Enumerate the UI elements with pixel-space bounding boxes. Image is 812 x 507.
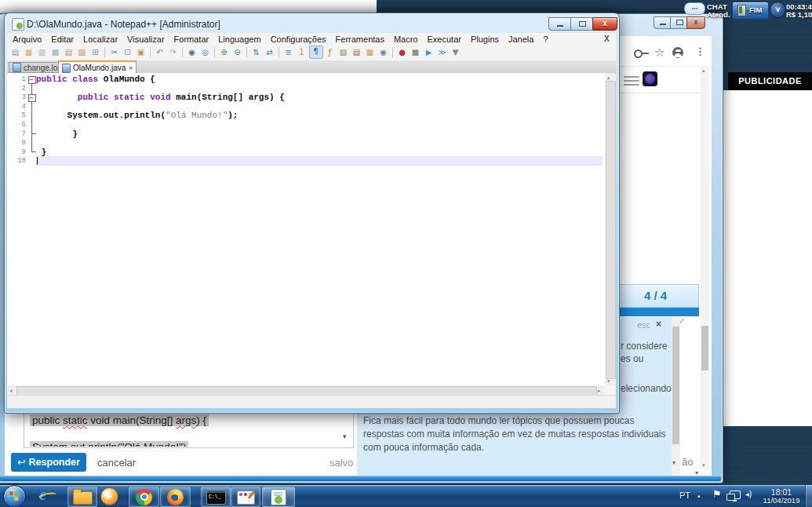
tab-olamundo-java[interactable]: OlaMundo.java × [58,60,137,74]
macro-save-icon[interactable]: ▼ [450,46,462,58]
code-line-3: public static void main(String[] args) { [36,93,285,102]
current-line-highlight [36,156,603,166]
save-icon[interactable]: ▥ [36,46,49,58]
taskbar-command-prompt[interactable]: C:\_ [201,487,231,507]
menu-executar[interactable]: Executar [423,35,466,44]
replace-icon[interactable]: ◎ [199,46,212,58]
toolbar-separator [214,47,215,57]
code-editor[interactable]: 12345678910 public class OlaMundo { publ… [7,73,615,385]
sync-scroll-horizontal-icon[interactable]: ⇄ [264,46,276,58]
menu-editar[interactable]: Editar [46,35,78,44]
line-number: 7 [7,129,26,139]
toolbar-separator [104,47,105,57]
sync-scroll-vertical-icon[interactable]: ⇅ [250,46,263,58]
line-number: 5 [7,111,26,120]
scroll-right-arrow[interactable]: ▸ [598,388,601,393]
fold-line [31,82,32,152]
taskbar-firefox[interactable] [160,487,191,507]
macro-run-multiple-icon[interactable]: ≫ [436,46,449,58]
menu-formatar[interactable]: Formatar [169,35,214,44]
show-desktop-button[interactable] [805,485,812,507]
line-number: 10 [7,156,26,166]
document-map-icon[interactable]: ▧ [337,46,350,58]
editor-vertical-scrollbar[interactable]: ▴ ▾ [605,73,615,385]
close-all-icon[interactable]: ▨ [76,46,89,58]
word-wrap-icon[interactable]: ¶ [309,46,323,59]
open-file-icon[interactable]: ▦ [23,46,35,58]
menu-linguagem[interactable]: Linguagem [213,35,265,44]
find-icon[interactable]: ◉ [186,46,198,58]
taskbar-chrome[interactable] [129,487,159,507]
code-line-9: } [36,148,46,157]
menu-visualizar[interactable]: Visualizar [122,35,169,44]
menu-ferramentas[interactable]: Ferramentas [331,35,389,44]
zoom-out-icon[interactable]: ⊖ [231,46,244,58]
tray-expand-icon[interactable]: ▴ [697,493,701,499]
close-icon[interactable]: ▤ [63,46,75,58]
macro-play-icon[interactable]: ▶ [423,46,435,58]
code-line-5: System.out.println("Olá Mundo!"); [36,111,238,120]
fold-collapse-icon[interactable] [28,94,36,102]
menu-arquivo[interactable]: Arquivo [8,35,46,44]
document-close-icon[interactable]: X [604,35,610,43]
scroll-up-arrow[interactable]: ▴ [607,75,610,80]
windows-flag-icon [9,491,20,502]
taskbar-paint[interactable] [231,487,260,507]
copy-icon[interactable]: ⊡ [122,46,134,58]
menu-janela[interactable]: Janela [504,35,538,44]
menu-localizar[interactable]: Localizar [78,35,122,44]
command-prompt-icon: C:\_ [206,490,226,505]
notepad-app-icon [12,18,24,31]
function-list-icon[interactable]: ƒ [324,46,337,58]
toolbar-separator [392,47,393,57]
scroll-left-arrow[interactable]: ◂ [9,388,13,393]
speaker-icon[interactable]: ◂) [745,490,752,498]
macro-stop-icon[interactable]: ■ [410,46,422,58]
show-wrap-symbol-icon[interactable]: 1 [296,46,308,58]
taskbar: e ▶ C:\_ PT ▴ ⚑ ◂) 18:01 11/04/20 [0,485,812,507]
fold-collapse-icon[interactable] [28,76,36,84]
scroll-down-arrow[interactable]: ▾ [607,378,610,384]
np-toolbar: ▤▦▥▩▤▨⊞✂⊡▣↶↷◉◎⊕⊖⇅⇄≣1¶ƒ▧▤▦◉●■▶≫▼ [9,45,613,60]
menu-configuraes[interactable]: Configurações [266,35,331,44]
undo-icon[interactable]: ↶ [154,46,166,58]
taskbar-windows-explorer[interactable] [67,487,97,507]
editor-horizontal-scrollbar[interactable]: ◂ ▸ [7,385,605,395]
chrome-icon [136,489,152,505]
toolbar-separator [279,47,279,57]
menu-macro[interactable]: Macro [389,35,423,44]
zoom-in-icon[interactable]: ⊕ [218,46,231,58]
line-number: 1 [7,75,26,84]
redo-icon[interactable]: ↷ [167,46,180,58]
cut-icon[interactable]: ✂ [108,46,121,58]
notepad-maximize-button[interactable] [570,17,594,31]
new-file-icon[interactable]: ▤ [9,46,22,58]
windows-media-player-icon[interactable]: ▶ [100,487,118,505]
tray-clock-date[interactable]: 11/04/2019 [758,496,805,505]
save-all-icon[interactable]: ▩ [49,46,62,58]
language-indicator[interactable]: PT [679,491,690,500]
tab-close-icon[interactable]: × [129,64,133,71]
menu-plugins[interactable]: Plugins [466,35,504,44]
folder-as-workspace-icon[interactable]: ▦ [364,46,377,58]
line-number: 4 [7,102,26,111]
action-center-flag-icon[interactable]: ⚑ [712,488,722,500]
paste-icon[interactable]: ▣ [135,46,147,58]
document-list-icon[interactable]: ▤ [351,46,363,58]
start-button[interactable] [3,485,26,507]
menu-?[interactable]: ? [538,35,552,44]
print-icon[interactable]: ⊞ [89,46,102,58]
file-monitoring-icon[interactable]: ◉ [377,46,390,58]
document-icon [13,63,21,72]
toolbar-separator [182,47,183,57]
indent-guide-icon[interactable]: ≣ [282,46,295,58]
notepad-minimize-button[interactable] [548,17,572,31]
network-icon[interactable] [730,491,741,499]
tab-bar: change.log × OlaMundo.java × [7,60,616,74]
notepad-plus-plus-icon [271,489,286,505]
notepad-close-button[interactable]: x [592,17,617,31]
taskbar-notepad-plus-plus[interactable] [262,487,295,507]
macro-record-icon[interactable]: ● [396,46,409,58]
scrollbar-thumb[interactable] [606,81,616,379]
status-bar [7,395,616,408]
